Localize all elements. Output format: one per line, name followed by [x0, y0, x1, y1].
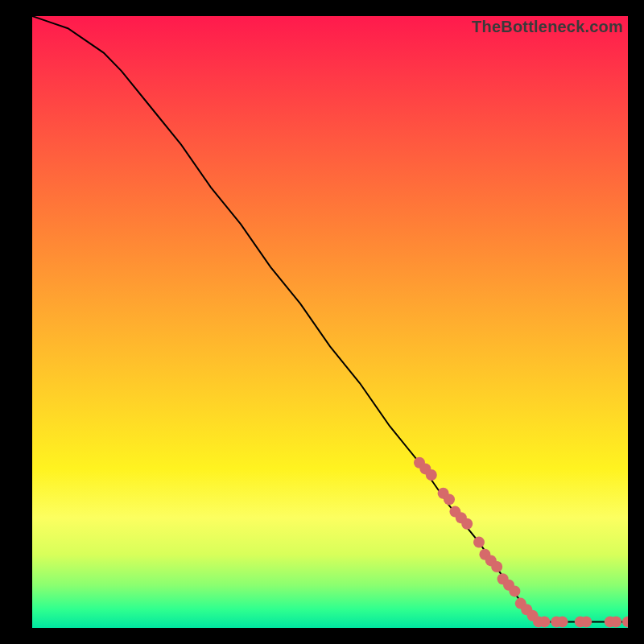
chart-stage: TheBottleneck.com — [0, 0, 644, 644]
marker-point — [473, 537, 485, 548]
chart-svg — [32, 16, 628, 628]
marker-group — [414, 457, 628, 628]
marker-point — [622, 616, 628, 627]
marker-point — [580, 616, 592, 627]
marker-point — [509, 585, 520, 597]
marker-point — [491, 561, 502, 572]
bottleneck-curve — [32, 16, 628, 621]
marker-point — [444, 493, 455, 505]
marker-point — [557, 616, 568, 627]
marker-point — [610, 616, 621, 627]
marker-point — [539, 616, 550, 627]
marker-point — [426, 469, 437, 481]
plot-area: TheBottleneck.com — [32, 16, 628, 628]
marker-point — [461, 518, 473, 530]
